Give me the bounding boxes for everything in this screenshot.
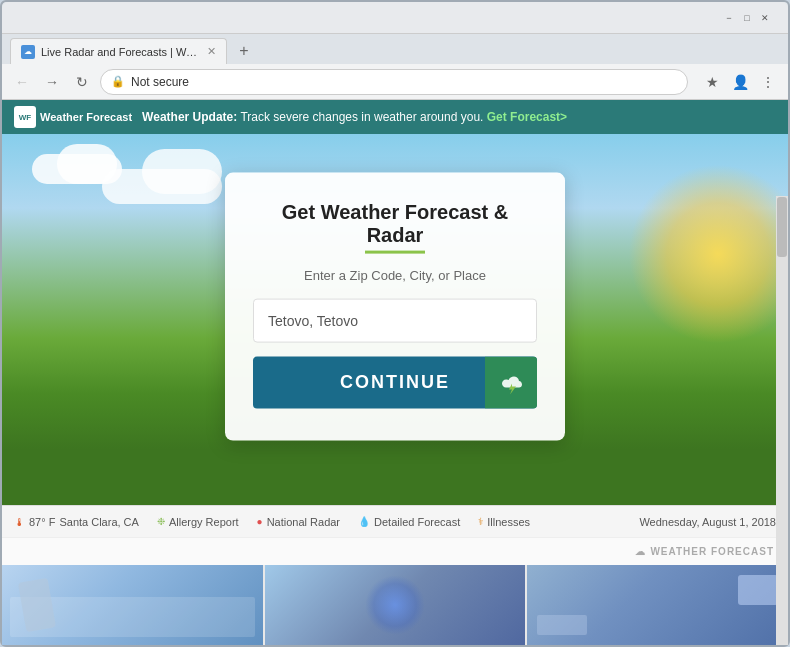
forward-button[interactable]: → xyxy=(40,70,64,94)
thumbnail-3[interactable] xyxy=(527,565,788,645)
weather-modal: Get Weather Forecast & Radar Enter a Zip… xyxy=(225,172,565,440)
allergy-item[interactable]: ❉ Allergy Report xyxy=(157,516,239,528)
brand-text: WEATHER FORECAST xyxy=(650,546,774,557)
hero-section: Get Weather Forecast & Radar Enter a Zip… xyxy=(2,134,788,505)
banner-prefix: Weather Update: xyxy=(142,110,237,124)
temperature-item: 🌡 87° F Santa Clara, CA xyxy=(14,516,139,528)
tab-close-icon[interactable]: ✕ xyxy=(207,45,216,58)
banner-message: Track severe changes in weather around y… xyxy=(240,110,483,124)
back-button[interactable]: ← xyxy=(10,70,34,94)
tab-title: Live Radar and Forecasts | Weath... xyxy=(41,46,201,58)
illness-item[interactable]: ⚕ Illnesses xyxy=(478,516,530,528)
thumbnails-strip xyxy=(2,565,788,645)
bookmark-icon[interactable]: ★ xyxy=(700,70,724,94)
allergy-label: Allergy Report xyxy=(169,516,239,528)
modal-subtitle: Enter a Zip Code, City, or Place xyxy=(253,267,537,282)
temperature-text: 87° F xyxy=(29,516,55,528)
address-text: Not secure xyxy=(131,75,677,89)
radar-icon: ● xyxy=(257,516,263,527)
logo-text: Weather Forecast xyxy=(40,111,132,123)
toolbar-right: ★ 👤 ⋮ xyxy=(700,70,780,94)
cloud-4 xyxy=(142,149,222,194)
new-tab-button[interactable]: + xyxy=(231,38,257,64)
status-date: Wednesday, August 1, 2018 xyxy=(639,516,776,528)
banner-text: Weather Update: Track severe changes in … xyxy=(142,110,776,124)
scrollbar[interactable] xyxy=(776,196,788,645)
brand-cloud-icon: ☁ xyxy=(635,546,646,557)
close-button[interactable]: ✕ xyxy=(758,11,772,25)
continue-button[interactable]: CONTINUE xyxy=(253,356,537,408)
address-bar-row: ← → ↻ 🔒 Not secure ★ 👤 ⋮ xyxy=(2,64,788,100)
forecast-icon: 💧 xyxy=(358,516,370,527)
footer-brand-content: ☁ WEATHER FORECAST xyxy=(635,546,774,557)
forecast-label: Detailed Forecast xyxy=(374,516,460,528)
active-tab[interactable]: ☁ Live Radar and Forecasts | Weath... ✕ xyxy=(10,38,227,64)
allergy-icon: ❉ xyxy=(157,516,165,527)
address-field[interactable]: 🔒 Not secure xyxy=(100,69,688,95)
get-forecast-link[interactable]: Get Forecast> xyxy=(487,110,567,124)
menu-icon[interactable]: ⋮ xyxy=(756,70,780,94)
radar-label: National Radar xyxy=(267,516,340,528)
footer-brand: ☁ WEATHER FORECAST xyxy=(2,537,788,565)
logo-icon: WF xyxy=(14,106,36,128)
thumbnail-1[interactable] xyxy=(2,565,263,645)
window-controls: − □ ✕ xyxy=(722,11,772,25)
modal-underline xyxy=(365,250,425,253)
modal-title: Get Weather Forecast & Radar xyxy=(253,200,537,246)
site-logo: WF Weather Forecast xyxy=(14,106,132,128)
browser-window: − □ ✕ ☁ Live Radar and Forecasts | Weath… xyxy=(0,0,790,647)
location-text: Santa Clara, CA xyxy=(59,516,138,528)
cloud-lightning-icon xyxy=(497,370,525,394)
tab-favicon-icon: ☁ xyxy=(21,45,35,59)
thumbnail-2[interactable] xyxy=(265,565,526,645)
tab-bar: ☁ Live Radar and Forecasts | Weath... ✕ … xyxy=(2,34,788,64)
title-bar: − □ ✕ xyxy=(2,2,788,34)
continue-icon-bg xyxy=(485,356,537,408)
forecast-item[interactable]: 💧 Detailed Forecast xyxy=(358,516,460,528)
notification-banner: WF Weather Forecast Weather Update: Trac… xyxy=(2,100,788,134)
scrollbar-thumb[interactable] xyxy=(777,197,787,257)
thermometer-icon: 🌡 xyxy=(14,516,25,528)
zip-input[interactable] xyxy=(253,298,537,342)
webpage-content: WF Weather Forecast Weather Update: Trac… xyxy=(2,100,788,645)
profile-icon[interactable]: 👤 xyxy=(728,70,752,94)
refresh-button[interactable]: ↻ xyxy=(70,70,94,94)
illness-icon: ⚕ xyxy=(478,516,483,527)
minimize-button[interactable]: − xyxy=(722,11,736,25)
illness-label: Illnesses xyxy=(487,516,530,528)
maximize-button[interactable]: □ xyxy=(740,11,754,25)
status-bar: 🌡 87° F Santa Clara, CA ❉ Allergy Report… xyxy=(2,505,788,537)
radar-item[interactable]: ● National Radar xyxy=(257,516,340,528)
security-icon: 🔒 xyxy=(111,75,125,88)
